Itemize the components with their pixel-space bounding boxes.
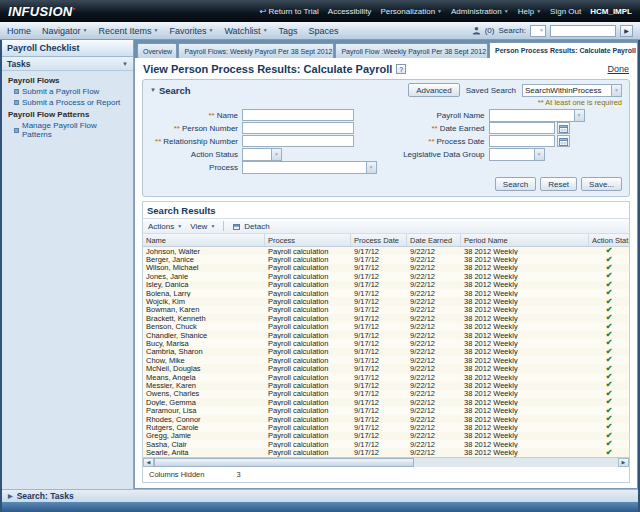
- column-header-date-earned[interactable]: Date Earned: [407, 234, 461, 246]
- sidebar-item-manage-payroll-flow-patterns[interactable]: Manage Payroll Flow Patterns: [6, 120, 129, 140]
- saved-search-select[interactable]: SearchWithinProcess▼: [522, 84, 622, 97]
- cell-process: Payroll calculation: [265, 247, 351, 255]
- checkmark-icon: ✔: [606, 348, 613, 356]
- sidebar-item-submit-payroll-flow[interactable]: Submit a Payroll Flow: [6, 86, 129, 97]
- search-label: Search:: [498, 26, 526, 35]
- search-go-button[interactable]: ▶: [620, 25, 633, 37]
- actions-menu-button[interactable]: Actions▼: [148, 222, 182, 231]
- tab-overview[interactable]: Overview: [137, 43, 177, 58]
- sign-out-link[interactable]: Sign Out: [550, 7, 581, 16]
- table-row[interactable]: Sasha, Clair Payroll calculation 9/17/12…: [143, 440, 629, 448]
- menu-navigator[interactable]: Navigator▼: [42, 26, 87, 36]
- save-button[interactable]: Save...: [581, 177, 622, 191]
- return-to-trial-link[interactable]: ↩Return to Trial: [260, 7, 319, 16]
- relationship-number-input[interactable]: [242, 135, 354, 147]
- table-row[interactable]: Benson, Chuck Payroll calculation 9/17/1…: [143, 323, 629, 331]
- table-row[interactable]: Bowman, Karen Payroll calculation 9/17/1…: [143, 306, 629, 314]
- chevron-down-icon: ▼: [437, 9, 442, 14]
- table-row[interactable]: Rhodes, Connor Payroll calculation 9/17/…: [143, 415, 629, 423]
- cell-name: Owens, Charles: [143, 390, 265, 398]
- search-panel-title[interactable]: ▼Search: [150, 85, 191, 96]
- column-header-period-name[interactable]: Period Name: [461, 234, 589, 246]
- chevron-down-icon: ▼: [263, 28, 268, 33]
- table-row[interactable]: Chow, Mike Payroll calculation 9/17/12 9…: [143, 356, 629, 364]
- process-select[interactable]: ▼: [242, 161, 377, 174]
- date-earned-calendar-button[interactable]: [557, 122, 570, 134]
- table-row[interactable]: McNeil, Douglas Payroll calculation 9/17…: [143, 364, 629, 372]
- table-row[interactable]: Gregg, Jamie Payroll calculation 9/17/12…: [143, 432, 629, 440]
- search-button[interactable]: Search: [495, 177, 536, 191]
- administration-menu[interactable]: Administration▼: [451, 7, 509, 16]
- checkmark-icon: ✔: [606, 381, 613, 389]
- table-row[interactable]: Owens, Charles Payroll calculation 9/17/…: [143, 390, 629, 398]
- scrollbar-thumb[interactable]: [154, 458, 414, 467]
- column-header-process[interactable]: Process: [265, 234, 351, 246]
- menu-recent-items[interactable]: Recent Items▼: [99, 26, 159, 36]
- cell-process-date: 9/17/12: [351, 406, 407, 414]
- scroll-right-button[interactable]: ▶: [618, 458, 629, 467]
- view-menu-button[interactable]: View▼: [190, 222, 215, 231]
- column-header-action-status[interactable]: Action Stat...: [589, 234, 629, 246]
- task-bullet-icon: [14, 128, 19, 133]
- advanced-button[interactable]: Advanced: [408, 83, 460, 97]
- table-row[interactable]: Doyle, Gemma Payroll calculation 9/17/12…: [143, 398, 629, 406]
- help-menu[interactable]: Help▼: [518, 7, 541, 16]
- chevron-down-icon: ▼: [209, 28, 214, 33]
- table-row[interactable]: Chandler, Shanice Payroll calculation 9/…: [143, 331, 629, 339]
- tab-payroll-flows-weekly[interactable]: Payroll Flows: Weekly Payroll Per 38 Sep…: [178, 43, 334, 58]
- legislative-data-group-select[interactable]: ▼: [489, 148, 545, 161]
- scrollbar-track[interactable]: [154, 458, 618, 467]
- process-date-input[interactable]: [489, 135, 555, 147]
- table-row[interactable]: Bucy, Marisa Payroll calculation 9/17/12…: [143, 339, 629, 347]
- table-row[interactable]: Isley, Danica Payroll calculation 9/17/1…: [143, 281, 629, 289]
- cell-name: Rhodes, Connor: [143, 415, 265, 423]
- tab-person-process-results[interactable]: Person Process Results: Calculate Payrol…: [489, 42, 638, 58]
- cell-name: Sasha, Clair: [143, 440, 265, 448]
- search-category-select[interactable]: ▼: [530, 25, 546, 37]
- table-row[interactable]: Searle, Anita Payroll calculation 9/17/1…: [143, 448, 629, 456]
- table-row[interactable]: Means, Angela Payroll calculation 9/17/1…: [143, 373, 629, 381]
- checkmark-icon: ✔: [606, 440, 613, 448]
- table-row[interactable]: Johnson, Walter Payroll calculation 9/17…: [143, 247, 629, 255]
- horizontal-scrollbar[interactable]: ◀ ▶: [143, 457, 629, 467]
- column-header-name[interactable]: Name: [143, 234, 265, 246]
- person-number-input[interactable]: [242, 122, 354, 134]
- menu-tags[interactable]: Tags: [279, 26, 298, 36]
- tab-payroll-flow-weekly[interactable]: Payroll Flow :Weekly Payroll Per 38 Sept…: [335, 43, 488, 58]
- table-row[interactable]: Messier, Karen Payroll calculation 9/17/…: [143, 381, 629, 389]
- menu-watchlist[interactable]: Watchlist▼: [224, 26, 267, 36]
- name-input[interactable]: [242, 109, 354, 121]
- action-status-select[interactable]: ▼: [242, 148, 282, 161]
- process-date-calendar-button[interactable]: [557, 135, 570, 147]
- menu-spaces[interactable]: Spaces: [309, 26, 339, 36]
- chevron-down-icon: ▼: [150, 87, 156, 93]
- cell-process: Payroll calculation: [265, 448, 351, 456]
- help-icon[interactable]: ?: [396, 64, 406, 74]
- cell-action-status: ✔: [589, 255, 629, 263]
- table-row[interactable]: Rutgers, Carole Payroll calculation 9/17…: [143, 423, 629, 431]
- reset-button[interactable]: Reset: [540, 177, 577, 191]
- table-row[interactable]: Cambria, Sharon Payroll calculation 9/17…: [143, 348, 629, 356]
- column-header-process-date[interactable]: Process Date: [351, 234, 407, 246]
- cell-process-date: 9/17/12: [351, 247, 407, 255]
- table-row[interactable]: Wojcik, Kim Payroll calculation 9/17/12 …: [143, 297, 629, 305]
- global-search-input[interactable]: [550, 25, 616, 37]
- menu-favorites[interactable]: Favorites▼: [169, 26, 213, 36]
- table-row[interactable]: Bolena, Larry Payroll calculation 9/17/1…: [143, 289, 629, 297]
- menu-home[interactable]: Home: [7, 26, 31, 36]
- table-row[interactable]: Berger, Janice Payroll calculation 9/17/…: [143, 255, 629, 263]
- payroll-name-select[interactable]: ▼: [489, 109, 585, 122]
- table-row[interactable]: Paramour, Lisa Payroll calculation 9/17/…: [143, 406, 629, 414]
- date-earned-input[interactable]: [489, 122, 555, 134]
- scroll-left-button[interactable]: ◀: [143, 458, 154, 467]
- table-row[interactable]: Jones, Janie Payroll calculation 9/17/12…: [143, 272, 629, 280]
- personalization-menu[interactable]: Personalization▼: [380, 7, 442, 16]
- sidebar-item-submit-process-or-report[interactable]: Submit a Process or Report: [6, 97, 129, 108]
- done-button[interactable]: Done: [607, 64, 629, 74]
- accessibility-link[interactable]: Accessibility: [328, 7, 372, 16]
- detach-button[interactable]: Detach: [232, 222, 269, 231]
- search-tasks-accordion[interactable]: ▶ Search: Tasks: [2, 489, 638, 502]
- tasks-accordion-header[interactable]: Tasks ▼: [2, 57, 133, 71]
- table-row[interactable]: Wilson, Michael Payroll calculation 9/17…: [143, 264, 629, 272]
- table-row[interactable]: Brackett, Kenneth Payroll calculation 9/…: [143, 314, 629, 322]
